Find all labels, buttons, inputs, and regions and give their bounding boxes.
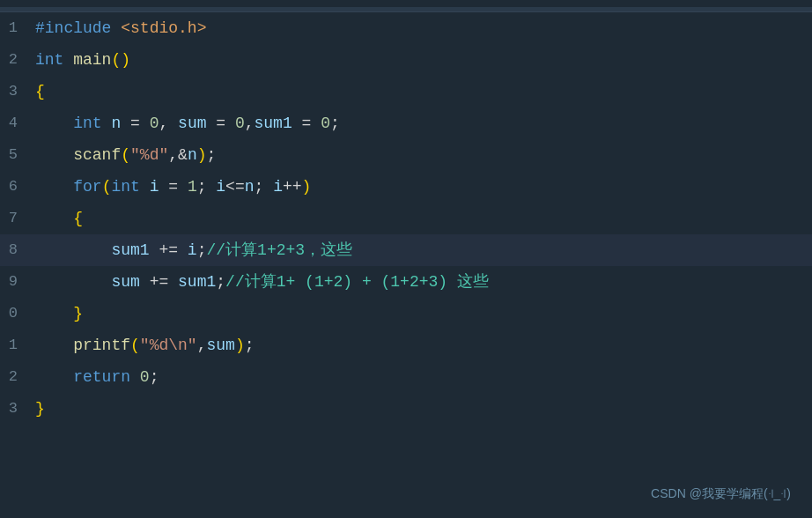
- line-num-13: 3: [0, 393, 28, 425]
- code-line-3: 3 {: [0, 76, 812, 107]
- code-line-1: 1 #include <stdio.h>: [0, 12, 812, 44]
- code-line-7: 7 {: [0, 203, 812, 234]
- line-content-7: {: [28, 203, 83, 234]
- code-editor: 1 #include <stdio.h> 2 int main() 3 { 4 …: [0, 0, 812, 518]
- line-content-13: }: [28, 393, 45, 425]
- watermark: CSDN @我要学编程(꜊_꜊): [651, 486, 791, 502]
- line-num-3: 3: [0, 76, 28, 107]
- line-num-5: 5: [0, 139, 28, 171]
- code-line-12: 2 return 0;: [0, 361, 812, 393]
- line-num-10: 0: [0, 298, 28, 329]
- line-content-9: sum += sum1;//计算1+ (1+2) + (1+2+3) 这些: [28, 266, 489, 298]
- line-content-2: int main(): [28, 44, 130, 76]
- line-content-6: for(int i = 1; i<=n; i++): [28, 171, 311, 203]
- line-content-10: }: [28, 298, 83, 329]
- code-line-10: 0 }: [0, 298, 812, 329]
- line-content-11: printf("%d\n",sum);: [28, 329, 255, 361]
- line-content-1: #include <stdio.h>: [28, 12, 206, 44]
- code-line-11: 1 printf("%d\n",sum);: [0, 329, 812, 361]
- line-content-5: scanf("%d",&n);: [28, 139, 216, 171]
- line-num-8: 8: [0, 234, 28, 266]
- line-num-12: 2: [0, 361, 28, 393]
- line-num-9: 9: [0, 266, 28, 298]
- line-content-8: sum1 += i;//计算1+2+3，这些: [28, 234, 352, 266]
- line-num-2: 2: [0, 44, 28, 76]
- code-line-8: 8 sum1 += i;//计算1+2+3，这些: [0, 234, 812, 266]
- line-num-11: 1: [0, 329, 28, 361]
- line-num-6: 6: [0, 171, 28, 203]
- line-content-12: return 0;: [28, 361, 159, 393]
- line-content-3: {: [28, 76, 45, 107]
- code-line-13: 3 }: [0, 393, 812, 425]
- line-num-7: 7: [0, 203, 28, 234]
- code-line-4: 4 int n = 0, sum = 0,sum1 = 0;: [0, 107, 812, 139]
- line-content-4: int n = 0, sum = 0,sum1 = 0;: [28, 107, 340, 139]
- code-line-9: 9 sum += sum1;//计算1+ (1+2) + (1+2+3) 这些: [0, 266, 812, 298]
- code-line-5: 5 scanf("%d",&n);: [0, 139, 812, 171]
- line-num-4: 4: [0, 107, 28, 139]
- code-line-2: 2 int main(): [0, 44, 812, 76]
- line-num-1: 1: [0, 12, 28, 44]
- code-line-6: 6 for(int i = 1; i<=n; i++): [0, 171, 812, 203]
